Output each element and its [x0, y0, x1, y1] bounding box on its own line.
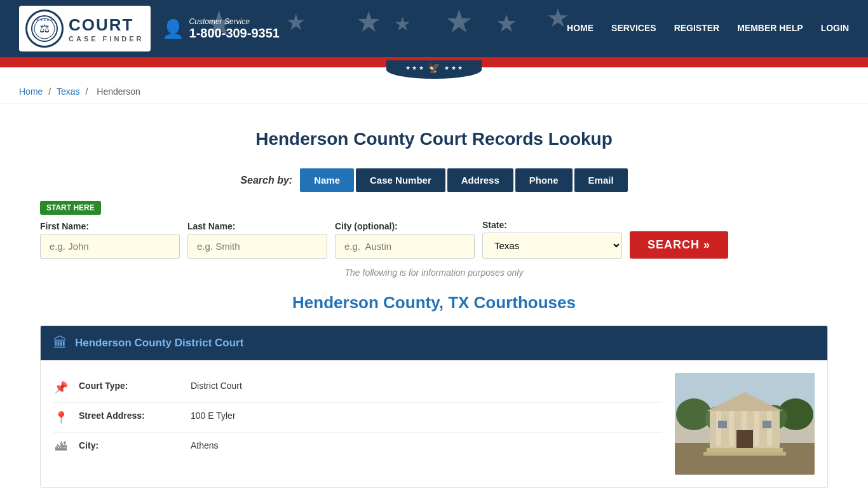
- logo-brand: COURT: [69, 15, 144, 35]
- phone-icon: 👤: [162, 18, 184, 39]
- courthouse-details: 📌 Court Type: District Court 📍 Street Ad…: [53, 373, 662, 475]
- svg-rect-21: [707, 448, 783, 452]
- city-icon: 🏙: [53, 440, 69, 454]
- tab-case-number[interactable]: Case Number: [356, 168, 445, 192]
- detail-row-city: 🏙 City: Athens: [53, 433, 662, 461]
- svg-rect-19: [718, 421, 727, 428]
- search-by-label: Search by:: [240, 175, 292, 186]
- svg-rect-13: [716, 411, 721, 446]
- city-label: City (optional):: [335, 221, 475, 231]
- search-form: First Name: Last Name: City (optional): …: [40, 220, 828, 259]
- start-here-badge: START HERE: [40, 201, 101, 215]
- courthouse-image: [675, 373, 815, 475]
- wave-band: ★ ★ ★ 🦅 ★ ★ ★: [0, 57, 868, 67]
- cs-phone: 1-800-309-9351: [189, 26, 280, 41]
- site-header: ★ ★ ★ ★ ★ ★ ★ ⚖ ★ ★ ★ ★ ★ COURT CASE FIN…: [0, 0, 868, 57]
- customer-service: 👤 Customer Service 1-800-309-9351: [162, 17, 280, 41]
- street-address-value: 100 E Tyler: [191, 410, 236, 421]
- breadcrumb-sep-1: /: [48, 86, 53, 97]
- eagle-banner: ★ ★ ★ 🦅 ★ ★ ★: [386, 60, 482, 79]
- nav-home[interactable]: HOME: [567, 23, 593, 34]
- city-input[interactable]: [335, 234, 475, 259]
- nav-member-help[interactable]: MEMBER HELP: [737, 23, 803, 34]
- svg-rect-16: [754, 411, 759, 446]
- last-name-label: Last Name:: [187, 221, 327, 231]
- breadcrumb-state[interactable]: Texas: [57, 86, 80, 97]
- courthouse-header: 🏛 Henderson County District Court: [41, 326, 827, 360]
- courthouse-card: 🏛 Henderson County District Court 📌 Cour…: [40, 325, 828, 488]
- nav-services[interactable]: SERVICES: [611, 23, 656, 34]
- street-address-label: Street Address:: [79, 410, 180, 421]
- breadcrumb: Home / Texas / Henderson: [0, 80, 868, 104]
- first-name-input[interactable]: [40, 234, 180, 259]
- main-nav: HOME SERVICES REGISTER MEMBER HELP LOGIN: [567, 23, 849, 34]
- city-detail-label: City:: [79, 440, 180, 451]
- courthouse-body: 📌 Court Type: District Court 📍 Street Ad…: [41, 360, 827, 487]
- court-type-label: Court Type:: [79, 381, 180, 391]
- state-label: State:: [482, 220, 622, 230]
- star-left: ★ ★ ★: [405, 65, 424, 71]
- city-group: City (optional):: [335, 221, 475, 259]
- svg-rect-22: [703, 452, 786, 456]
- star-right: ★ ★ ★: [444, 65, 463, 71]
- logo[interactable]: ⚖ ★ ★ ★ ★ ★ COURT CASE FINDER: [19, 6, 151, 51]
- address-icon: 📍: [53, 410, 69, 424]
- court-type-icon: 📌: [53, 381, 69, 395]
- page-title: Henderson County Court Records Lookup: [40, 129, 828, 149]
- logo-tagline: CASE FINDER: [69, 35, 144, 43]
- logo-seal: ⚖ ★ ★ ★ ★ ★: [25, 10, 64, 48]
- city-detail-value: Athens: [191, 440, 219, 451]
- nav-login[interactable]: LOGIN: [821, 23, 849, 34]
- svg-text:⚖: ⚖: [39, 22, 50, 35]
- tab-name[interactable]: Name: [300, 168, 354, 192]
- first-name-group: First Name:: [40, 221, 180, 259]
- nav-register[interactable]: REGISTER: [674, 23, 720, 34]
- courthouse-photo-svg: [675, 373, 815, 475]
- header-left: ⚖ ★ ★ ★ ★ ★ COURT CASE FINDER 👤 Customer…: [19, 6, 280, 51]
- state-group: State: Texas Alabama Alaska California F…: [482, 220, 622, 259]
- last-name-input[interactable]: [187, 234, 327, 259]
- tab-email[interactable]: Email: [574, 168, 628, 192]
- breadcrumb-home[interactable]: Home: [19, 86, 43, 97]
- svg-rect-20: [763, 421, 771, 428]
- detail-row-address: 📍 Street Address: 100 E Tyler: [53, 403, 662, 433]
- search-by-row: Search by: Name Case Number Address Phon…: [40, 168, 828, 192]
- search-form-wrapper: START HERE First Name: Last Name: City (…: [40, 201, 828, 259]
- courthouse-name-link[interactable]: Henderson County District Court: [75, 337, 243, 349]
- detail-row-type: 📌 Court Type: District Court: [53, 373, 662, 403]
- svg-text:★ ★ ★ ★ ★: ★ ★ ★ ★ ★: [36, 18, 53, 22]
- courthouses-title: Henderson County, TX Courthouses: [40, 293, 828, 313]
- breadcrumb-county: Henderson: [97, 86, 140, 97]
- tab-address[interactable]: Address: [447, 168, 513, 192]
- main-content: Henderson County Court Records Lookup Se…: [21, 104, 847, 488]
- first-name-label: First Name:: [40, 221, 180, 231]
- cs-label: Customer Service: [189, 17, 280, 26]
- search-button[interactable]: SEARCH »: [630, 231, 728, 259]
- last-name-group: Last Name:: [187, 221, 327, 259]
- eagle-icon: 🦅: [428, 62, 440, 74]
- state-select[interactable]: Texas Alabama Alaska California Florida …: [482, 233, 622, 259]
- cs-text: Customer Service 1-800-309-9351: [189, 17, 280, 41]
- breadcrumb-sep-2: /: [86, 86, 91, 97]
- svg-rect-14: [729, 411, 734, 446]
- tab-phone[interactable]: Phone: [515, 168, 573, 192]
- svg-rect-18: [736, 430, 753, 449]
- info-note: The following is for information purpose…: [40, 268, 828, 278]
- courthouse-icon: 🏛: [53, 335, 67, 351]
- court-type-value: District Court: [191, 381, 242, 391]
- svg-rect-17: [767, 411, 772, 446]
- logo-text: COURT CASE FINDER: [69, 15, 144, 43]
